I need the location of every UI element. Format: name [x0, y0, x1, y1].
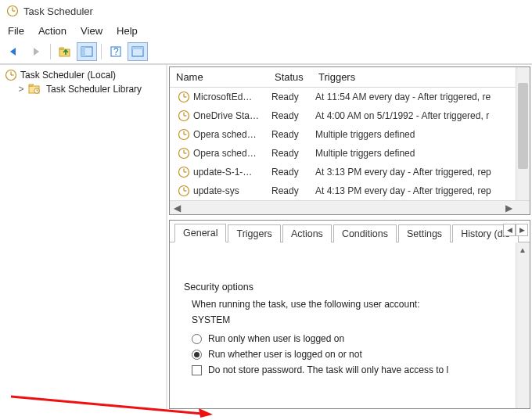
pane-tree-icon — [81, 46, 93, 57]
task-row[interactable]: OneDrive Sta…ReadyAt 4:00 AM on 5/1/1992… — [170, 106, 530, 125]
radio-run-logged-on[interactable]: Run only when user is logged on — [192, 333, 516, 344]
show-hide-action-pane-button[interactable] — [128, 42, 148, 61]
tab-scroll-left-button[interactable]: ◀ — [503, 224, 516, 236]
details-tabs: General Triggers Actions Conditions Sett… — [170, 221, 530, 242]
task-triggers-cell: At 11:54 AM every day - After triggered,… — [312, 90, 530, 104]
security-options-group-title: Security options — [184, 282, 516, 293]
tree-root-label: Task Scheduler (Local) — [20, 70, 116, 81]
task-row[interactable]: Opera sched…ReadyMultiple triggers defin… — [170, 144, 530, 163]
checkbox-do-not-store-password-label: Do not store password. The task will onl… — [208, 364, 448, 375]
task-name-cell: update-S-1-… — [173, 164, 268, 180]
show-hide-console-tree-button[interactable] — [77, 42, 97, 61]
task-status-cell: Ready — [268, 109, 312, 123]
details-vertical-scrollbar[interactable] — [516, 242, 530, 408]
security-account-label: When running the task, use the following… — [192, 299, 516, 310]
app-icon — [6, 5, 19, 17]
tab-actions[interactable]: Actions — [282, 224, 332, 242]
radio-run-whether[interactable]: Run whether user is logged on or not — [192, 349, 516, 360]
clock-icon — [178, 128, 190, 141]
task-triggers-cell: At 4:13 PM every day - After triggered, … — [312, 184, 530, 198]
clock-icon — [178, 109, 190, 122]
tab-conditions[interactable]: Conditions — [333, 224, 397, 242]
checkbox-do-not-store-password[interactable]: Do not store password. The task will onl… — [192, 364, 516, 375]
titlebar: Task Scheduler — [0, 0, 532, 22]
pane-actions-icon — [131, 46, 144, 57]
svg-text:?: ? — [113, 46, 119, 57]
task-details: General Triggers Actions Conditions Sett… — [169, 220, 530, 409]
task-name-cell: MicrosoftEd… — [173, 89, 268, 105]
app-title: Task Scheduler — [23, 5, 93, 17]
tab-settings[interactable]: Settings — [398, 224, 451, 242]
svg-rect-9 — [132, 47, 143, 49]
menubar: File Action View Help — [0, 22, 532, 40]
radio-run-whether-label: Run whether user is logged on or not — [208, 349, 362, 360]
folder-up-icon — [59, 45, 71, 58]
menu-help[interactable]: Help — [117, 25, 138, 37]
forward-button[interactable] — [26, 42, 46, 61]
task-triggers-cell: At 4:00 AM on 5/1/1992 - After triggered… — [312, 109, 530, 123]
tab-triggers[interactable]: Triggers — [228, 224, 280, 242]
clock-icon — [178, 166, 190, 178]
checkbox-icon — [192, 365, 202, 375]
task-triggers-cell: At 3:13 PM every day - After triggered, … — [312, 165, 530, 179]
back-button[interactable] — [4, 42, 24, 61]
column-header-status[interactable]: Status — [268, 67, 312, 87]
tree-library[interactable]: > Task Scheduler Library — [17, 82, 161, 96]
task-status-cell: Ready — [268, 165, 312, 179]
task-name-cell: update-sys — [173, 183, 268, 199]
radio-icon — [192, 350, 202, 360]
list-horizontal-scrollbar[interactable]: ◀ ▶ — [170, 200, 530, 214]
tab-general[interactable]: General — [174, 224, 226, 242]
task-list: ▲ Name Status Triggers MicrosoftEd…Ready… — [169, 66, 530, 215]
task-name-cell: Opera sched… — [173, 145, 268, 161]
up-level-button[interactable] — [55, 42, 75, 61]
arrow-left-icon — [8, 46, 20, 57]
clock-icon — [5, 69, 17, 81]
clock-icon — [178, 185, 190, 197]
task-row[interactable]: update-S-1-…ReadyAt 3:13 PM every day - … — [170, 163, 530, 181]
arrow-right-icon — [30, 46, 42, 57]
security-account-value: SYSTEM — [192, 314, 516, 325]
tree-root[interactable]: Task Scheduler (Local) — [5, 68, 161, 82]
folder-clock-icon — [28, 83, 41, 95]
scroll-right-button[interactable]: ▶ — [501, 201, 516, 215]
list-vertical-scrollbar[interactable] — [516, 67, 530, 200]
task-status-cell: Ready — [268, 146, 312, 160]
content-pane: ▲ Name Status Triggers MicrosoftEd…Ready… — [166, 65, 532, 411]
svg-rect-5 — [81, 47, 85, 56]
toolbar-separator — [101, 44, 102, 59]
clock-icon — [178, 147, 190, 160]
toolbar-separator — [50, 44, 51, 59]
task-row[interactable]: Opera sched…ReadyMultiple triggers defin… — [170, 125, 530, 144]
column-header-triggers[interactable]: Triggers — [312, 67, 530, 87]
toolbar: ? — [0, 40, 532, 64]
main-area: Task Scheduler (Local) > Task Scheduler … — [0, 64, 532, 411]
tab-scroll-right-button[interactable]: ▶ — [516, 224, 528, 236]
help-button[interactable]: ? — [106, 42, 126, 61]
task-list-header: Name Status Triggers — [170, 67, 530, 88]
details-body: Security options When running the task, … — [170, 242, 530, 408]
task-status-cell: Ready — [268, 184, 312, 198]
radio-icon — [192, 334, 202, 344]
tree-pane: Task Scheduler (Local) > Task Scheduler … — [0, 65, 166, 411]
task-list-body: MicrosoftEd…ReadyAt 11:54 AM every day -… — [170, 88, 530, 200]
task-row[interactable]: update-sysReadyAt 4:13 PM every day - Af… — [170, 181, 530, 200]
task-triggers-cell: Multiple triggers defined — [312, 127, 530, 142]
menu-action[interactable]: Action — [38, 25, 66, 37]
task-status-cell: Ready — [268, 90, 312, 104]
task-name-cell: Opera sched… — [173, 127, 268, 142]
column-header-name[interactable]: Name — [170, 67, 268, 87]
task-triggers-cell: Multiple triggers defined — [312, 146, 530, 160]
details-scroll-up-button[interactable]: ▲ — [516, 242, 530, 257]
radio-run-logged-on-label: Run only when user is logged on — [208, 333, 344, 344]
scroll-left-button[interactable]: ◀ — [170, 201, 184, 215]
tree-expander-icon[interactable]: > — [17, 84, 25, 95]
menu-view[interactable]: View — [81, 25, 102, 37]
tree-library-label: Task Scheduler Library — [44, 84, 144, 95]
task-name-cell: OneDrive Sta… — [173, 108, 268, 124]
menu-file[interactable]: File — [8, 25, 24, 37]
svg-rect-3 — [59, 49, 70, 56]
help-icon: ? — [110, 46, 121, 57]
task-row[interactable]: MicrosoftEd…ReadyAt 11:54 AM every day -… — [170, 88, 530, 106]
clock-icon — [178, 91, 190, 103]
